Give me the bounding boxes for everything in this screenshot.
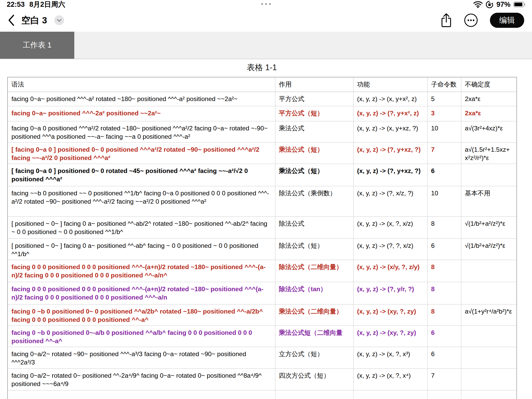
cell-unc[interactable]: a√(1.5r²+1.5xz+x²z²/r²)*ε <box>461 142 517 164</box>
cell-count[interactable]: 8 <box>427 216 461 238</box>
table-row <box>8 390 517 399</box>
cell-unc[interactable] <box>461 368 517 390</box>
table-row: facing 0~a/2~ rotated ~90~ positioned ^^… <box>8 347 517 368</box>
sheet-tab-worksheet-1[interactable]: 工作表 1 <box>0 32 74 59</box>
cell-count[interactable]: 8 <box>427 304 461 325</box>
document-title[interactable]: 空白 3 <box>21 14 47 26</box>
cell-syntax[interactable] <box>8 390 275 399</box>
column-header-count[interactable]: 子命令数 <box>427 77 461 92</box>
cell-func[interactable]: (x, y, z) -> (x, ?, x³) <box>353 347 427 368</box>
cell-effect[interactable]: 除法公式（短） <box>275 238 353 260</box>
cell-unc[interactable] <box>461 325 517 347</box>
status-date: 8月2日周六 <box>29 0 65 9</box>
cell-unc[interactable] <box>461 347 517 368</box>
cell-count[interactable]: 3 <box>427 106 461 121</box>
navigation-bar: 空白 3 <box>0 9 532 32</box>
cell-unc[interactable] <box>461 282 517 304</box>
cell-syntax[interactable]: facing 0~a 0 positioned ^^^a²/2 rotated … <box>8 121 275 142</box>
cell-func[interactable]: (x, y, z) -> (?, y+xz, ?) <box>353 164 427 186</box>
cell-func[interactable]: (x, y, z) -> (?, y+x², z) <box>353 106 427 121</box>
cell-effect[interactable]: 乘法公式（短） <box>275 164 353 186</box>
cell-count[interactable]: 8 <box>427 260 461 282</box>
cell-unc[interactable]: √(1/b²+a²/z²)*ε <box>461 216 517 238</box>
cell-effect[interactable]: 除法公式（乘倒数） <box>275 186 353 216</box>
cell-func[interactable]: (x, y, z) -> (?, ?, x/z) <box>353 238 427 260</box>
battery-icon <box>513 2 525 7</box>
cell-unc[interactable]: 2xa*ε <box>461 92 517 106</box>
cell-count[interactable]: 7 <box>427 368 461 390</box>
cell-count[interactable]: 6 <box>427 325 461 347</box>
cell-func[interactable]: (x, y, z) -> (?, y/r, ?) <box>353 282 427 304</box>
cell-syntax[interactable]: [ positioned ~ 0~ ] facing 0 a~ position… <box>8 216 275 238</box>
cell-syntax[interactable]: [ facing 0~a 0 ] positioned 0~ 0 rotated… <box>8 164 275 186</box>
edit-button[interactable]: 编辑 <box>490 13 524 28</box>
column-header-syntax[interactable]: 语法 <box>8 77 275 92</box>
sheet-canvas: 表格 1-1 语法作用功能子命令数不确定度 facing 0~a~ positi… <box>0 62 532 399</box>
column-header-effect[interactable]: 作用 <box>275 77 353 92</box>
cell-effect[interactable]: 平方公式 <box>275 92 353 106</box>
cell-effect[interactable]: 除法公式 <box>275 216 353 238</box>
cell-unc[interactable] <box>461 390 517 399</box>
cell-effect[interactable]: 除法公式（二维向量） <box>275 260 353 282</box>
cell-syntax[interactable]: facing 0~a/2~ rotated 0~ positioned ^^-2… <box>8 368 275 390</box>
cell-syntax[interactable]: facing 0~a/2~ rotated ~90~ positioned ^^… <box>8 347 275 368</box>
share-button[interactable] <box>441 13 452 28</box>
cell-count[interactable]: 10 <box>427 186 461 216</box>
cell-func[interactable]: (x, y, z) -> (x/y, ?, z/y) <box>353 260 427 282</box>
cell-syntax[interactable]: facing 0 0 0 positioned 0 0 0 positioned… <box>8 260 275 282</box>
cell-effect[interactable]: 乘法公式（短） <box>275 142 353 164</box>
cell-syntax[interactable]: facing 0 ~b 0 positioned 0~-a/b 0 positi… <box>8 325 275 347</box>
cell-effect[interactable]: 乘法公式短（二维向量 <box>275 325 353 347</box>
window-handle-dots <box>261 3 271 5</box>
cell-func[interactable]: (x, y, z) -> (x, y+x², z) <box>353 92 427 106</box>
cell-effect[interactable]: 立方公式（短） <box>275 347 353 368</box>
cell-func[interactable]: (x, y, z) -> (?, x/z, ?) <box>353 186 427 216</box>
cell-count[interactable]: 7 <box>427 142 461 164</box>
cell-effect[interactable]: 乘法公式 <box>275 121 353 142</box>
title-menu-button[interactable] <box>54 15 64 25</box>
cell-count[interactable]: 5 <box>427 92 461 106</box>
cell-syntax[interactable]: [ positioned ~ 0~ ] facing 0 a~ position… <box>8 238 275 260</box>
table-row: facing 0 0 0 positioned 0 0 0 positioned… <box>8 282 517 304</box>
cell-func[interactable]: (x, y, z) -> (?, y+xz, ?) <box>353 142 427 164</box>
cell-unc[interactable]: 基本不用 <box>461 186 517 216</box>
cell-effect[interactable]: 除法公式（tan） <box>275 282 353 304</box>
table-row: facing ~~b 0 positioned ~~ 0 positioned … <box>8 186 517 216</box>
cell-func[interactable] <box>353 390 427 399</box>
cell-syntax[interactable]: facing ~~b 0 positioned ~~ 0 positioned … <box>8 186 275 216</box>
cell-unc[interactable] <box>461 164 517 186</box>
cell-effect[interactable]: 平方公式（短） <box>275 106 353 121</box>
cell-count[interactable]: 6 <box>427 238 461 260</box>
column-header-func[interactable]: 功能 <box>353 77 427 92</box>
cell-unc[interactable]: a√(3r²+4xz)*ε <box>461 121 517 142</box>
cell-unc[interactable]: 2xa*ε <box>461 106 517 121</box>
cell-func[interactable]: (x, y, z) -> (xy, ?, zy) <box>353 325 427 347</box>
more-button[interactable] <box>464 13 478 27</box>
cell-func[interactable]: (x, y, z) -> (x, ?, x⁴) <box>353 368 427 390</box>
cell-effect[interactable] <box>275 390 353 399</box>
cell-count[interactable]: 6 <box>427 164 461 186</box>
column-header-unc[interactable]: 不确定度 <box>461 77 517 92</box>
wifi-icon <box>473 1 483 8</box>
back-button[interactable] <box>8 14 15 26</box>
cell-count[interactable]: 10 <box>427 121 461 142</box>
cell-syntax[interactable]: facing 0~a~ positioned ^^^-a² rotated ~1… <box>8 92 275 106</box>
cell-effect[interactable]: 乘法公式（二维向量） <box>275 304 353 325</box>
cell-syntax[interactable]: facing 0 ~b 0 positioned 0~ 0 positioned… <box>8 304 275 325</box>
cell-unc[interactable] <box>461 260 517 282</box>
cell-unc[interactable]: a√(1+y²r⁴/a²b²)*ε <box>461 304 517 325</box>
cell-count[interactable]: 6 <box>427 347 461 368</box>
cell-syntax[interactable]: [ facing 0~a 0 ] positioned 0~ 0 positio… <box>8 142 275 164</box>
cell-func[interactable]: (x, y, z) -> (x, y+xz, ?) <box>353 121 427 142</box>
cell-count[interactable] <box>427 390 461 399</box>
cell-syntax[interactable]: facing 0~a~ positioned ^^^-2a² positione… <box>8 106 275 121</box>
cell-syntax[interactable]: facing 0 0 0 positioned 0 0 0 positioned… <box>8 282 275 304</box>
cell-effect[interactable]: 四次方公式（短） <box>275 368 353 390</box>
table-row: [ facing 0~a 0 ] positioned 0~ 0 rotated… <box>8 164 517 186</box>
table-row: facing 0 0 0 positioned 0 0 0 positioned… <box>8 260 517 282</box>
table-title: 表格 1-1 <box>7 62 516 73</box>
cell-unc[interactable]: √(1/b²+a²/z²)*ε <box>461 238 517 260</box>
cell-count[interactable]: 8 <box>427 282 461 304</box>
cell-func[interactable]: (x, y, z) -> (xy, ?, zy) <box>353 304 427 325</box>
cell-func[interactable]: (x, y, z) -> (x, ?, x/z) <box>353 216 427 238</box>
